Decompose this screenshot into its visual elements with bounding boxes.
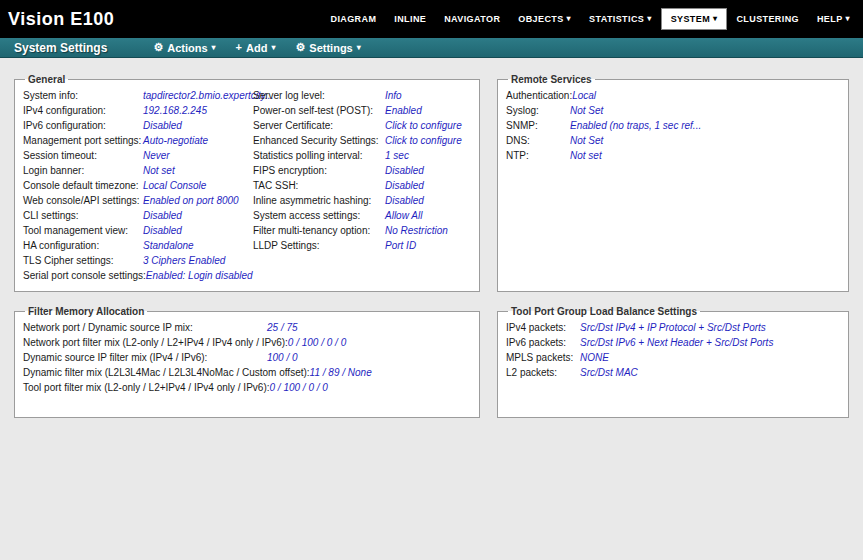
setting-value-link[interactable]: Not Set	[570, 133, 603, 148]
toolbar: ⚙ Actions ▾ + Add ▾ ⚙ Settings ▾	[153, 42, 360, 54]
setting-value-link[interactable]: 0 / 100 / 0 / 0	[288, 335, 346, 350]
setting-value-link[interactable]: Local	[572, 88, 596, 103]
setting-row: System access settings: Allow All	[253, 208, 471, 223]
page-header-bar: System Settings ⚙ Actions ▾ + Add ▾ ⚙ Se…	[0, 38, 863, 58]
setting-label: Authentication:	[506, 88, 572, 103]
setting-label: TLS Cipher settings:	[23, 253, 143, 268]
setting-value-link[interactable]: 11 / 89 / None	[310, 365, 372, 380]
add-button-label: Add	[246, 42, 267, 54]
menu-item-help[interactable]: HELP ▾	[808, 9, 859, 29]
setting-row: Inline asymmetric hashing: Disabled	[253, 193, 471, 208]
setting-value-link[interactable]: Local Console	[143, 178, 206, 193]
setting-value-link[interactable]: Allow All	[385, 208, 422, 223]
setting-row: Filter multi-tenancy option: No Restrict…	[253, 223, 471, 238]
setting-value-link[interactable]: Src/Dst IPv6 + Next Header + Src/Dst Por…	[580, 335, 773, 350]
actions-button-label: Actions	[167, 42, 207, 54]
setting-row: Tool management view: Disabled	[23, 223, 253, 238]
menu-item-label: CLUSTERING	[736, 14, 799, 24]
menu-item-label: HELP	[817, 14, 843, 24]
setting-value-link[interactable]: 25 / 75	[267, 320, 298, 335]
setting-value-link[interactable]: Click to configure	[385, 118, 462, 133]
setting-row: SNMP: Enabled (no traps, 1 sec ref...	[506, 118, 840, 133]
setting-label: Filter multi-tenancy option:	[253, 223, 385, 238]
chevron-down-icon: ▾	[212, 44, 216, 52]
setting-row: Management port settings: Auto-negotiate	[23, 133, 253, 148]
chevron-down-icon: ▾	[271, 44, 275, 52]
setting-value-link[interactable]: No Restriction	[385, 223, 448, 238]
setting-label: LLDP Settings:	[253, 238, 385, 253]
setting-value-link[interactable]: Src/Dst MAC	[580, 365, 638, 380]
setting-row: TLS Cipher settings: 3 Ciphers Enabled	[23, 253, 253, 268]
setting-row: Statistics polling interval: 1 sec	[253, 148, 471, 163]
setting-value-link[interactable]: Disabled	[143, 118, 182, 133]
setting-value-link[interactable]: Enabled on port 8000	[143, 193, 239, 208]
setting-value-link[interactable]: 1 sec	[385, 148, 409, 163]
setting-value-link[interactable]: Port ID	[385, 238, 416, 253]
setting-value-link[interactable]: Enabled (no traps, 1 sec ref...	[570, 118, 701, 133]
menu-item-inline[interactable]: INLINE	[385, 9, 435, 29]
setting-label: Dynamic filter mix (L2L3L4Mac / L2L3L4No…	[23, 365, 310, 380]
setting-value-link[interactable]: Disabled	[385, 163, 424, 178]
setting-value-link[interactable]: Disabled	[385, 193, 424, 208]
setting-value-link[interactable]: 192.168.2.245	[143, 103, 207, 118]
setting-row: CLI settings: Disabled	[23, 208, 253, 223]
setting-value-link[interactable]: 0 / 100 / 0 / 0	[270, 380, 328, 395]
setting-value-link[interactable]: Auto-negotiate	[143, 133, 208, 148]
setting-row: FIPS encryption: Disabled	[253, 163, 471, 178]
setting-label: Dynamic source IP filter mix (IPv4 / IPv…	[23, 350, 267, 365]
setting-row: IPv4 packets: Src/Dst IPv4 + IP Protocol…	[506, 320, 840, 335]
setting-row: Console default timezone: Local Console	[23, 178, 253, 193]
settings-button[interactable]: ⚙ Settings ▾	[295, 42, 360, 54]
setting-label: SNMP:	[506, 118, 570, 133]
menu-item-label: DIAGRAM	[330, 14, 376, 24]
setting-value-link[interactable]: Disabled	[143, 223, 182, 238]
panel-load-balance-settings: Tool Port Group Load Balance Settings IP…	[497, 306, 849, 418]
setting-label: MPLS packets:	[506, 350, 580, 365]
gear-icon: ⚙	[295, 42, 305, 53]
menu-item-objects[interactable]: OBJECTS ▾	[509, 9, 580, 29]
menu-item-label: STATISTICS	[589, 14, 644, 24]
setting-value-link[interactable]: Standalone	[143, 238, 194, 253]
setting-label: CLI settings:	[23, 208, 143, 223]
setting-value-link[interactable]: 3 Ciphers Enabled	[143, 253, 225, 268]
page-title: System Settings	[14, 41, 107, 55]
setting-row: L2 packets: Src/Dst MAC	[506, 365, 840, 380]
actions-icon: ⚙	[153, 42, 163, 53]
setting-value-link[interactable]: 100 / 0	[267, 350, 298, 365]
setting-value-link[interactable]: Enabled	[385, 103, 422, 118]
menu-item-system[interactable]: SYSTEM ▾	[661, 8, 728, 30]
setting-row: Dynamic source IP filter mix (IPv4 / IPv…	[23, 350, 471, 365]
setting-label: Tool management view:	[23, 223, 143, 238]
setting-value-link[interactable]: Enabled: Login disabled	[146, 268, 253, 283]
setting-value-link[interactable]: Disabled	[385, 178, 424, 193]
setting-row: IPv6 configuration: Disabled	[23, 118, 253, 133]
setting-label: Server Certificate:	[253, 118, 385, 133]
menu-item-statistics[interactable]: STATISTICS ▾	[580, 9, 661, 29]
setting-label: Network port / Dynamic source IP mix:	[23, 320, 267, 335]
menu-item-clustering[interactable]: CLUSTERING	[727, 9, 808, 29]
menu-item-navigator[interactable]: NAVIGATOR	[435, 9, 509, 29]
setting-value-link[interactable]: Click to configure	[385, 133, 462, 148]
setting-row: System info: tapdirector2.bmio.expertcit…	[23, 88, 253, 103]
menu-item-diagram[interactable]: DIAGRAM	[321, 9, 385, 29]
setting-value-link[interactable]: Info	[385, 88, 402, 103]
setting-value-link[interactable]: Not set	[570, 148, 602, 163]
setting-value-link[interactable]: NONE	[580, 350, 609, 365]
setting-value-link[interactable]: Disabled	[143, 208, 182, 223]
setting-label: Management port settings:	[23, 133, 143, 148]
actions-button[interactable]: ⚙ Actions ▾	[153, 42, 215, 54]
setting-value-link[interactable]: Never	[143, 148, 170, 163]
setting-row: DNS: Not Set	[506, 133, 840, 148]
setting-row: Network port / Dynamic source IP mix: 25…	[23, 320, 471, 335]
setting-row: TAC SSH: Disabled	[253, 178, 471, 193]
setting-label: Server log level:	[253, 88, 385, 103]
panel-remote-services: Remote Services Authentication: Local Sy…	[497, 74, 849, 292]
setting-value-link[interactable]: Not Set	[570, 103, 603, 118]
setting-label: Enhanced Security Settings:	[253, 133, 385, 148]
setting-label: Console default timezone:	[23, 178, 143, 193]
setting-value-link[interactable]: Not set	[143, 163, 175, 178]
setting-value-link[interactable]: Src/Dst IPv4 + IP Protocol + Src/Dst Por…	[580, 320, 766, 335]
panel-general-title: General	[25, 74, 68, 85]
setting-row: Network port filter mix (L2-only / L2+IP…	[23, 335, 471, 350]
add-button[interactable]: + Add ▾	[236, 42, 276, 54]
